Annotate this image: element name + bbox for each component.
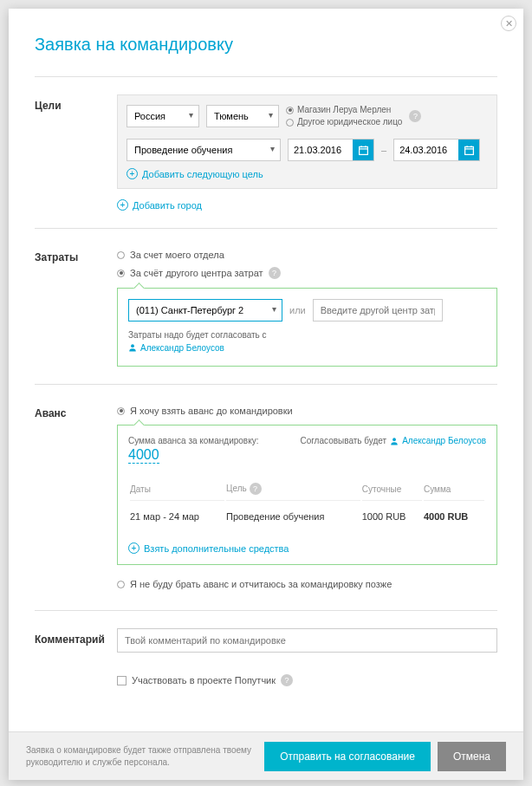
cost-center-select[interactable]: (011) Санкт-Петербург 2 <box>128 299 282 322</box>
country-value: Россия <box>134 111 165 121</box>
trip-request-modal: ✕ Заявка на командировку Цели Россия Тюм… <box>9 9 523 780</box>
goals-panel: Россия Тюмень Магазин Леруа Мерлен Друго… <box>117 94 497 189</box>
help-icon[interactable]: ? <box>281 674 293 686</box>
purpose-select[interactable]: Проведение обучения <box>127 139 281 161</box>
add-city-link[interactable]: + Добавить город <box>117 199 497 211</box>
date-to-value: 24.03.2016 <box>399 145 447 155</box>
help-icon[interactable]: ? <box>409 110 421 122</box>
cell-sum: 4000 RUB <box>424 503 484 530</box>
city-value: Тюмень <box>214 111 249 121</box>
advance-no-label: Я не буду брать аванс и отчитаюсь за ком… <box>130 579 392 589</box>
help-icon[interactable]: ? <box>269 267 281 279</box>
person-icon <box>128 343 137 352</box>
goals-label: Цели <box>35 94 117 211</box>
date-from-input[interactable]: 21.03.2016 <box>288 139 374 161</box>
advance-approver-link[interactable]: Александр Белоусов <box>402 436 486 445</box>
purpose-value: Проведение обучения <box>134 145 232 155</box>
plus-icon: + <box>117 199 128 211</box>
th-goal: Цель ? <box>226 477 360 501</box>
approver-link[interactable]: Александр Белоусов <box>128 343 224 353</box>
org-leroy-label: Магазин Леруа Мерлен <box>297 104 391 116</box>
submit-button[interactable]: Отправить на согласование <box>264 742 431 771</box>
th-sum: Сумма <box>424 477 484 501</box>
modal-header: Заявка на командировку <box>9 9 523 68</box>
svg-rect-4 <box>464 146 473 154</box>
cost-center-input[interactable] <box>313 299 443 322</box>
companion-label: Участвовать в проекте Попутчик <box>132 675 276 685</box>
add-funds-link[interactable]: + Взять дополнительные средства <box>128 542 486 554</box>
svg-point-9 <box>393 438 396 441</box>
radio-icon <box>117 581 125 588</box>
calendar-icon[interactable] <box>353 140 373 160</box>
approval-note: Затраты надо будет согласовать с <box>128 330 486 340</box>
costs-other-radio[interactable]: За счёт другого центра затрат ? <box>117 263 497 283</box>
comment-label: Комментарий <box>35 628 117 653</box>
section-goals: Цели Россия Тюмень Магазин Леруа Мерлен … <box>9 77 523 211</box>
approver-name: Александр Белоусов <box>140 343 224 353</box>
advance-yes-label: Я хочу взять аванс до командировки <box>130 406 293 416</box>
advance-panel: Сумма аванса за командировку: 4000 Согла… <box>117 425 497 565</box>
section-advance: Аванс Я хочу взять аванс до командировки… <box>9 385 523 593</box>
advance-amount[interactable]: 4000 <box>128 447 159 464</box>
costs-label: Затраты <box>35 246 117 367</box>
cost-center-value: (011) Санкт-Петербург 2 <box>136 305 243 315</box>
org-leroy-radio[interactable]: Магазин Леруа Мерлен <box>286 104 402 116</box>
add-goal-link[interactable]: + Добавить следующую цель <box>127 168 488 179</box>
close-icon[interactable]: ✕ <box>501 16 516 31</box>
costs-mydept-radio[interactable]: За счет моего отдела <box>117 246 497 263</box>
person-icon <box>390 437 399 445</box>
footer-note: Заявка о командировке будет также отправ… <box>26 744 264 769</box>
advance-approver-label: Согласовывать будет <box>300 436 386 445</box>
plus-icon: + <box>128 542 139 554</box>
modal-title: Заявка на командировку <box>35 35 497 55</box>
svg-rect-0 <box>359 146 367 154</box>
org-other-radio[interactable]: Другое юридическое лицо <box>286 116 402 128</box>
section-costs: Затраты За счет моего отдела За счёт дру… <box>9 229 523 367</box>
radio-icon <box>286 107 294 114</box>
comment-input[interactable] <box>117 628 497 653</box>
costs-other-label: За счёт другого центра затрат <box>130 268 263 278</box>
radio-icon <box>117 251 125 259</box>
date-from-value: 21.03.2016 <box>294 145 341 155</box>
date-dash: – <box>381 145 386 155</box>
country-select[interactable]: Россия <box>127 105 199 127</box>
cost-center-panel: (011) Санкт-Петербург 2 или Затраты надо… <box>117 288 497 367</box>
advance-approver: Согласовывать будет Александр Белоусов <box>300 436 486 445</box>
companion-checkbox[interactable]: Участвовать в проекте Попутчик ? <box>91 674 523 686</box>
checkbox-icon <box>117 676 127 685</box>
date-to-input[interactable]: 24.03.2016 <box>393 139 480 161</box>
plus-icon: + <box>127 168 138 179</box>
org-other-label: Другое юридическое лицо <box>297 116 402 128</box>
advance-amount-label: Сумма аванса за командировку: <box>128 436 258 445</box>
cancel-button[interactable]: Отмена <box>438 742 506 771</box>
help-icon[interactable]: ? <box>250 483 262 495</box>
th-dates: Даты <box>130 477 224 501</box>
advance-no-radio[interactable]: Я не буду брать аванс и отчитаюсь за ком… <box>117 575 497 593</box>
advance-table: Даты Цель ? Суточные Сумма 21 мар - 24 м… <box>128 476 486 532</box>
advance-label: Аванс <box>35 402 117 593</box>
modal-footer: Заявка о командировке будет также отправ… <box>9 731 523 780</box>
cell-perdiem: 1000 RUB <box>362 503 422 530</box>
radio-icon <box>117 407 125 415</box>
advance-yes-radio[interactable]: Я хочу взять аванс до командировки <box>117 402 497 419</box>
cell-goal: Проведение обучения <box>226 503 360 530</box>
section-comment: Комментарий <box>9 611 523 653</box>
add-goal-label: Добавить следующую цель <box>142 169 263 179</box>
svg-point-8 <box>131 344 134 348</box>
add-city-label: Добавить город <box>133 200 202 211</box>
radio-icon <box>117 270 125 277</box>
org-type-group: Магазин Леруа Мерлен Другое юридическое … <box>286 104 402 128</box>
calendar-icon[interactable] <box>458 140 479 160</box>
costs-mydept-label: За счет моего отдела <box>130 250 224 260</box>
cell-dates: 21 мар - 24 мар <box>130 503 224 530</box>
city-select[interactable]: Тюмень <box>206 105 279 127</box>
th-perdiem: Суточные <box>362 477 422 501</box>
radio-icon <box>286 119 294 127</box>
add-funds-label: Взять дополнительные средства <box>144 543 289 554</box>
table-row: 21 мар - 24 мар Проведение обучения 1000… <box>130 503 484 530</box>
or-text: или <box>289 305 306 315</box>
